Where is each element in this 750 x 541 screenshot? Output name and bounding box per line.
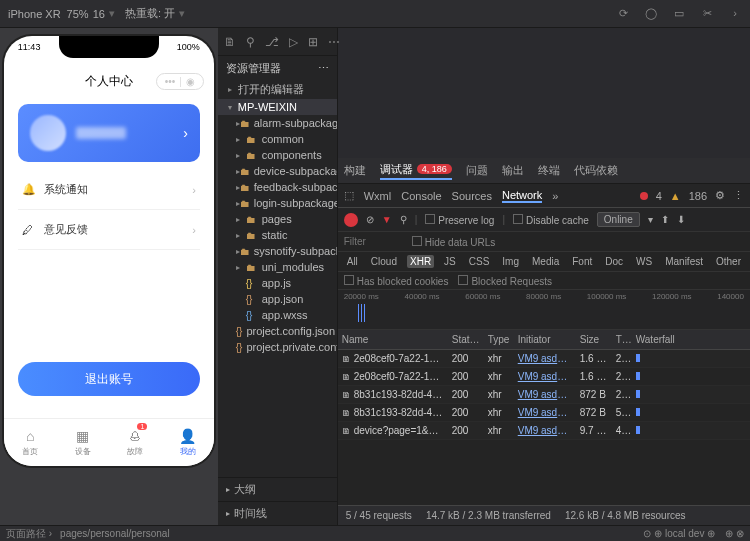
tab-debugger[interactable]: 调试器4, 186	[380, 162, 452, 180]
tab-alarm[interactable]: 1🕭故障	[109, 419, 162, 466]
menu-item-feedback[interactable]: 🖊 意见反馈 ›	[18, 210, 200, 250]
type-filter[interactable]: CSS	[466, 255, 493, 268]
logout-button[interactable]: 退出账号	[18, 362, 200, 396]
more-icon[interactable]: ⋮	[733, 189, 744, 202]
cut-icon[interactable]: ✂	[700, 7, 714, 20]
tab-me[interactable]: 👤我的	[161, 419, 214, 466]
search-icon[interactable]: ⚲	[400, 214, 407, 225]
inspect-icon[interactable]: ⬚	[344, 189, 354, 202]
download-icon[interactable]: ⬇	[677, 214, 685, 225]
outline-section[interactable]: ▸大纲	[218, 477, 337, 501]
tab-device[interactable]: ▦设备	[56, 419, 109, 466]
type-filter[interactable]: Other	[713, 255, 744, 268]
folder-item[interactable]: ▸🖿device-subpackage	[218, 163, 337, 179]
tab-sources[interactable]: Sources	[452, 190, 492, 202]
folder-item[interactable]: ▸🖿components	[218, 147, 337, 163]
ext-icon[interactable]: ⊞	[308, 35, 318, 49]
tab-home[interactable]: ⌂首页	[4, 419, 57, 466]
type-filter[interactable]: Doc	[602, 255, 626, 268]
type-filter[interactable]: Font	[569, 255, 595, 268]
type-filter[interactable]: Img	[499, 255, 522, 268]
more-icon[interactable]: ›	[728, 7, 742, 20]
open-editors[interactable]: ▸打开的编辑器	[218, 80, 337, 99]
folder-item[interactable]: ▸🖿pages	[218, 211, 337, 227]
branch-icon[interactable]: ⎇	[265, 35, 279, 49]
tab-wxml[interactable]: Wxml	[364, 190, 392, 202]
file-icon: 🗎	[342, 426, 351, 436]
gear-icon[interactable]: ⚙	[715, 189, 725, 202]
folder-item[interactable]: ▸🖿login-subpackage	[218, 195, 337, 211]
folder-item[interactable]: ▸🖿alarm-subpackage	[218, 115, 337, 131]
chevron-down-icon[interactable]: ▾	[179, 7, 185, 20]
tab-network[interactable]: Network	[502, 189, 542, 203]
circle-icon[interactable]: ◯	[644, 7, 658, 20]
page-path[interactable]: pages/personal/personal	[60, 528, 170, 539]
expand-icon[interactable]: »	[552, 190, 558, 202]
network-timeline[interactable]: 20000 ms40000 ms60000 ms80000 ms100000 m…	[338, 290, 750, 330]
folder-item[interactable]: ▸🖿uni_modules	[218, 259, 337, 275]
type-filter[interactable]: Media	[529, 255, 562, 268]
filter-row: Hide data URLs	[338, 232, 750, 252]
files-icon[interactable]: 🗎	[224, 35, 236, 49]
tab-terminal[interactable]: 终端	[538, 163, 560, 178]
chevron-down-icon[interactable]: ▾	[648, 214, 653, 225]
table-row[interactable]: 🗎device?page=1&pageSize=…200xhrVM9 asdeb…	[338, 422, 750, 440]
file-item[interactable]: {}app.wxss	[218, 307, 337, 323]
debug-icon[interactable]: ▷	[289, 35, 298, 49]
table-row[interactable]: 🗎8b31c193-82dd-4aa7-a517…200xhrVM9 asdeb…	[338, 386, 750, 404]
table-row[interactable]: 🗎2e08cef0-7a22-11ee-a7dd-…200xhrVM9 asde…	[338, 368, 750, 386]
filter-input[interactable]	[344, 236, 404, 247]
file-item[interactable]: {}app.json	[218, 291, 337, 307]
file-item[interactable]: {}project.private.config.js…	[218, 339, 337, 355]
zoom-level[interactable]: 75%	[67, 8, 89, 20]
tab-build[interactable]: 构建	[344, 163, 366, 178]
more-icon[interactable]: •••	[165, 76, 176, 87]
device-icon[interactable]: ▭	[672, 7, 686, 20]
clear-icon[interactable]: ⊘	[366, 214, 374, 225]
close-icon[interactable]: ◉	[186, 76, 195, 87]
throttle-select[interactable]: Online	[597, 212, 640, 227]
filter-icon[interactable]: ▼	[382, 214, 392, 225]
file-icon: {}	[246, 278, 258, 289]
type-filter[interactable]: Manifest	[662, 255, 706, 268]
table-row[interactable]: 🗎2e08cef0-7a22-11ee-a7dd-…200xhrVM9 asde…	[338, 350, 750, 368]
hot-reload-status[interactable]: 热重载: 开	[125, 6, 175, 21]
type-filter[interactable]: XHR	[407, 255, 434, 268]
tab-output[interactable]: 输出	[502, 163, 524, 178]
file-item[interactable]: {}app.js	[218, 275, 337, 291]
type-filter[interactable]: WS	[633, 255, 655, 268]
chevron-down-icon[interactable]: ▾	[109, 7, 115, 20]
footer-status[interactable]: ⊙ ⊕ local dev ⊕	[643, 528, 715, 539]
type-filter[interactable]: Cloud	[368, 255, 400, 268]
table-row[interactable]: 🗎8b31c193-82dd-4aa7-a517…200xhrVM9 asdeb…	[338, 404, 750, 422]
record-button[interactable]	[344, 213, 358, 227]
blocked-requests[interactable]: Blocked Requests	[458, 275, 552, 287]
user-card[interactable]: ›	[18, 104, 200, 162]
type-filter[interactable]: JS	[441, 255, 459, 268]
hide-data-urls[interactable]: Hide data URLs	[412, 236, 496, 248]
capsule-button[interactable]: •••|◉	[156, 73, 204, 90]
type-filter[interactable]: All	[344, 255, 361, 268]
refresh-icon[interactable]: ⟳	[616, 7, 630, 20]
blocked-cookies[interactable]: Has blocked cookies	[344, 275, 449, 287]
timeline-section[interactable]: ▸时间线	[218, 501, 337, 525]
folder-item[interactable]: ▸🖿feedback-subpackage	[218, 179, 337, 195]
file-item[interactable]: {}project.config.json	[218, 323, 337, 339]
disable-cache[interactable]: Disable cache	[513, 214, 589, 226]
tab-console[interactable]: Console	[401, 190, 441, 202]
device-name[interactable]: iPhone XR	[8, 8, 61, 20]
tab-problems[interactable]: 问题	[466, 163, 488, 178]
footer-icons[interactable]: ⊕ ⊗	[725, 528, 744, 539]
preserve-log[interactable]: Preserve log	[425, 214, 494, 226]
more-icon[interactable]: ⋯	[318, 62, 329, 75]
folder-item[interactable]: ▸🖿sysnotify-subpackage	[218, 243, 337, 259]
folder-item[interactable]: ▸🖿common	[218, 131, 337, 147]
upload-icon[interactable]: ⬆	[661, 214, 669, 225]
folder-item[interactable]: ▸🖿static	[218, 227, 337, 243]
search-icon[interactable]: ⚲	[246, 35, 255, 49]
project-root[interactable]: ▾MP-WEIXIN	[218, 99, 337, 115]
more-icon[interactable]: ⋯	[328, 35, 340, 49]
menu-item-notify[interactable]: 🔔 系统通知 ›	[18, 170, 200, 210]
tab-deps[interactable]: 代码依赖	[574, 163, 618, 178]
file-icon: 🗎	[342, 408, 351, 418]
